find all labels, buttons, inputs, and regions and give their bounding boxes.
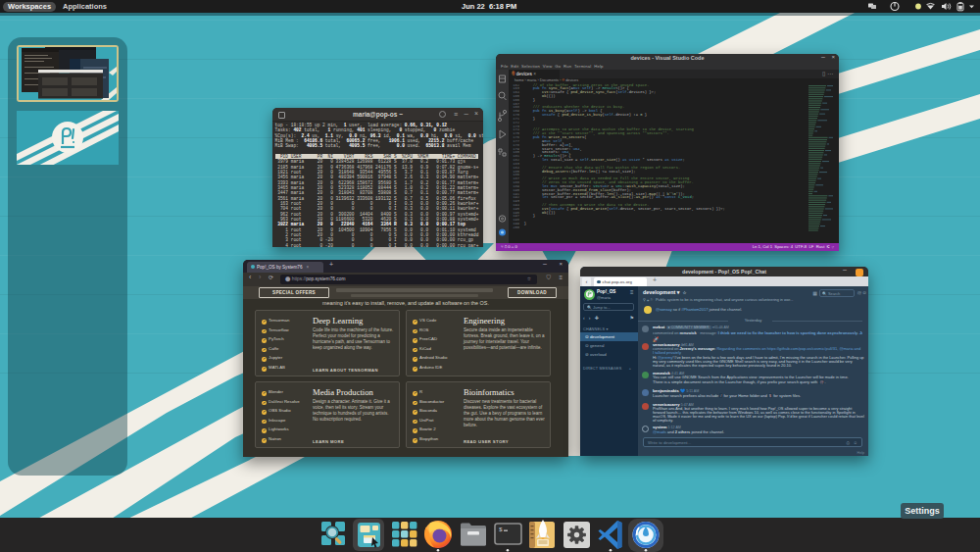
svg-text:$: $ — [499, 527, 503, 533]
